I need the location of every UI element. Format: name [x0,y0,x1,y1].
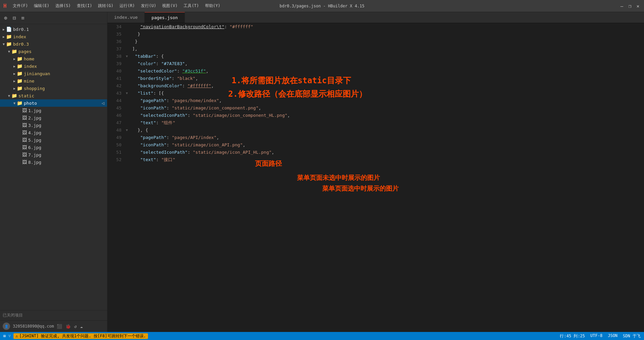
line-code-46: "selectedIconPath": "static/image/icon_c… [130,112,644,119]
line-code-40: "selectedColor": "#3cc51f", [130,67,644,75]
tree-item-index-root[interactable]: ▶📁index [0,33,107,40]
code-line-43: 43▼"list": [{ [107,90,644,97]
restart-icon[interactable]: ↺ [74,324,77,329]
tab-pagesjson[interactable]: pages.json [145,12,185,23]
status-icons: ⊞ ⑂ [3,334,11,338]
fold-gutter-48[interactable]: ▼ [124,127,130,134]
menu-item-跳转G[interactable]: 跳转(G) [95,2,116,10]
menu-icon[interactable]: ≡ [20,14,26,22]
line-code-36: } [130,38,644,45]
fold-gutter-35 [124,31,130,38]
cloud-icon[interactable]: ☁ [80,324,83,329]
tree-item-bdr01[interactable]: ▶📄bdr0.1 [0,26,107,33]
menu-item-查找I[interactable]: 查找(I) [74,2,95,10]
tree-label-pages: pages [18,49,32,54]
debug-icon[interactable]: 🐞 [65,324,71,329]
fold-gutter-39 [124,60,130,67]
file-icon: 📄 [6,27,12,32]
tree-item-img4[interactable]: 🖼4.jpg [0,129,107,136]
tree-label-home: home [24,56,34,61]
minimize-button[interactable]: — [619,3,625,9]
tree-item-static[interactable]: ▼📁static [0,92,107,99]
code-lines: 34"navigationBarBackgroundColor\t": "#ff… [107,23,644,332]
line-number-47: 47 [107,119,124,127]
menu-item-帮助Y[interactable]: 帮助(Y) [202,2,223,10]
line-number-44: 44 [107,97,124,104]
tree-arrow-shopping: ▶ [12,87,17,90]
new-file-icon[interactable]: ⊕ [3,14,9,22]
tree-item-pages[interactable]: ▼📁pages [0,48,107,55]
tree-item-img6[interactable]: 🖼6.jpg [0,144,107,151]
tree-item-photo[interactable]: ▼📁photo◁ [0,99,107,107]
fold-gutter-34 [124,23,130,31]
line-code-43: "list": [{ [130,90,644,97]
tree-label-photo: photo [24,101,37,106]
tree-item-img3[interactable]: 🖼3.jpg [0,122,107,129]
tree-item-img1[interactable]: 🖼1.jpg [0,107,107,114]
main-layout: ⊕ ⊟ ≡ ▶📄bdr0.1▶📁index▼📁bdr0.3▼📁pages▶📁ho… [0,12,644,332]
menu-item-视图V[interactable]: 视图(V) [159,2,180,10]
line-number-45: 45 [107,104,124,112]
fold-gutter-42 [124,82,130,90]
tree-arrow-static: ▼ [7,94,11,98]
close-button[interactable]: ✕ [635,3,641,9]
fold-gutter-38[interactable]: ▼ [124,53,130,60]
status-bar: ⊞ ⑂ ⚠ [JSHINT] 验证完成, 共发现1个问题. 按[F8]可跳转到下… [0,332,644,340]
menu-item-编辑E[interactable]: 编辑(E) [31,2,52,10]
menu-item-文件F[interactable]: 文件(F) [10,2,31,10]
tree-label-index-root: index [13,34,26,39]
tree-item-img2[interactable]: 🖼2.jpg [0,114,107,122]
tree-item-bdr03[interactable]: ▼📁bdr0.3 [0,40,107,48]
tree-item-jinianguan[interactable]: ▶📁jinianguan [0,70,107,77]
folder-icon: 📁 [11,49,17,54]
terminal-icon[interactable]: ⬛ [57,324,62,329]
collapse-icon[interactable]: ⊟ [11,14,17,22]
tree-label-shopping: shopping [24,86,45,91]
fold-gutter-52 [124,156,130,163]
menu-item-运行R[interactable]: 运行(R) [117,2,138,10]
collapse-photo-button[interactable]: ◁ [102,100,104,106]
file-icon: 🖼 [22,123,27,128]
fold-gutter-40 [124,67,130,75]
tree-label-bdr01: bdr0.1 [13,27,29,32]
file-icon: 🖼 [22,130,27,135]
tree-label-img5: 5.jpg [28,138,41,143]
status-branch-icon[interactable]: ⑂ [8,334,11,338]
line-number-51: 51 [107,149,124,156]
menu-item-工具T[interactable]: 工具(T) [181,2,202,10]
tree-label-img8: 8.jpg [28,160,41,165]
code-line-38: 38▼"tabBar": { [107,53,644,60]
tree-item-index2[interactable]: ▶📁index [0,62,107,70]
line-number-46: 46 [107,112,124,119]
code-line-50: 50"iconPath": "static/image/icon_API.png… [107,141,644,149]
menu-item-发行U[interactable]: 发行(U) [138,2,159,10]
fold-gutter-43[interactable]: ▼ [124,90,130,97]
tree-item-img5[interactable]: 🖼5.jpg [0,136,107,144]
footer-icons: ⬛🐞↺☁ [57,324,83,329]
tab-indexvue[interactable]: index.vue [107,12,145,23]
fold-gutter-49 [124,134,130,141]
folder-icon: 📁 [17,63,22,69]
maximize-button[interactable]: ❐ [627,3,633,9]
fold-gutter-44 [124,97,130,104]
tree-label-img2: 2.jpg [28,115,41,120]
tree-label-mine: mine [24,79,34,84]
folder-icon: 📁 [11,93,17,98]
line-col: 行:45 列:25 [560,333,585,339]
menu-item-选择S[interactable]: 选择(S) [53,2,73,10]
code-line-41: 41"borderStyle": "black", [107,75,644,82]
tree-item-img8[interactable]: 🖼8.jpg [0,158,107,166]
line-code-45: "iconPath": "static/image/icon_component… [130,104,644,112]
tree-label-img6: 6.jpg [28,145,41,150]
closed-projects: 已关闭项目 [0,310,107,320]
fold-gutter-50 [124,141,130,149]
folder-icon: 📁 [17,100,22,106]
tree-arrow-bdr01: ▶ [1,28,6,31]
tree-item-home[interactable]: ▶📁home [0,55,107,62]
tree-item-mine[interactable]: ▶📁mine [0,77,107,85]
code-line-52: 52"text": "接口" [107,156,644,163]
tree-item-shopping[interactable]: ▶📁shopping [0,85,107,92]
tree-label-img1: 1.jpg [28,108,41,113]
tree-item-img7[interactable]: 🖼7.jpg [0,151,107,158]
status-grid-icon[interactable]: ⊞ [3,334,6,338]
